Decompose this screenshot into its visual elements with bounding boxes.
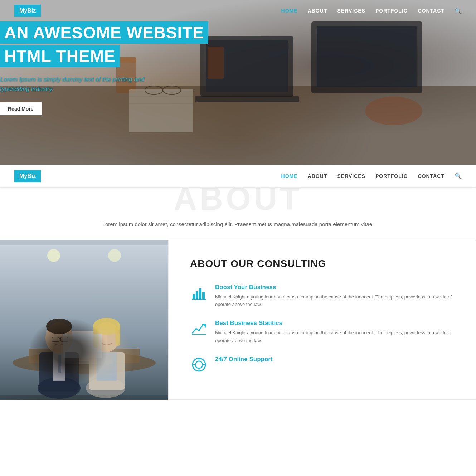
feature-item-boost: Boost Your Business Michael Knight a you…	[190, 284, 454, 309]
hero-title-line1: AN AWESOME WEBSITE	[0, 21, 208, 44]
hero-read-more-button[interactable]: Read More	[0, 102, 42, 115]
svg-rect-29	[58, 355, 61, 373]
search-icon-sticky[interactable]: 🔍	[455, 173, 462, 179]
svg-rect-23	[61, 330, 107, 361]
svg-rect-27	[39, 352, 79, 391]
navbar-sticky: MyBiz HOME ABOUT SERVICES PORTFOLIO CONT…	[0, 165, 476, 188]
svg-point-20	[108, 249, 121, 262]
nav-about-top[interactable]: ABOUT	[308, 8, 327, 14]
nav-about-sticky[interactable]: ABOUT	[308, 173, 327, 179]
hero-subtitle: Lorem Ipsum is simply dummy text of the …	[0, 74, 165, 94]
svg-point-38	[94, 322, 120, 352]
bar-chart-icon	[190, 284, 208, 302]
svg-point-50	[195, 361, 203, 368]
svg-rect-41	[115, 326, 120, 346]
svg-rect-43	[193, 294, 195, 299]
feature-text-boost: Boost Your Business Michael Knight a you…	[215, 284, 454, 309]
hero-section: AN AWESOME WEBSITE HTML THEME Lorem Ipsu…	[0, 0, 476, 165]
svg-rect-18	[0, 244, 168, 395]
logo-top[interactable]: MyBiz	[14, 5, 41, 17]
svg-rect-32	[52, 337, 59, 341]
svg-rect-28	[53, 352, 65, 380]
feature-text-support: 24/7 Online Support	[215, 356, 273, 374]
svg-rect-22	[29, 348, 140, 363]
svg-rect-45	[199, 288, 201, 299]
svg-rect-46	[202, 292, 205, 299]
feature-desc-stats: Michael Knight a young loner on a crusa …	[215, 329, 454, 344]
nav-home-sticky[interactable]: HOME	[281, 173, 298, 179]
about-consulting-title: ABOUT OUR CONSULTING	[190, 258, 454, 269]
svg-rect-42	[63, 333, 102, 358]
svg-point-26	[38, 377, 81, 398]
trend-up-icon	[190, 320, 208, 337]
about-description-text: Lorem ipsum dolor sit amet, consectetur …	[14, 220, 462, 229]
search-icon-top[interactable]: 🔍	[455, 8, 462, 14]
about-office-illustration	[0, 240, 168, 400]
nav-services-sticky[interactable]: SERVICES	[337, 173, 365, 179]
about-watermark-wrap: ABOUT	[0, 188, 476, 216]
navbar-top: MyBiz HOME ABOUT SERVICES PORTFOLIO CONT…	[0, 0, 476, 21]
feature-item-stats: Best Business Statitics Michael Knight a…	[190, 320, 454, 344]
svg-point-21	[13, 352, 156, 373]
feature-title-support: 24/7 Online Support	[215, 356, 273, 363]
svg-rect-25	[55, 360, 113, 364]
nav-portfolio-top[interactable]: PORTFOLIO	[375, 8, 408, 14]
svg-rect-24	[64, 333, 104, 358]
about-image-col	[0, 240, 168, 400]
support-icon	[190, 356, 208, 374]
about-watermark: ABOUT	[174, 188, 302, 216]
feature-text-stats: Best Business Statitics Michael Knight a…	[215, 320, 454, 344]
about-consulting-col: ABOUT OUR CONSULTING Boost Your Business…	[168, 240, 476, 400]
svg-rect-44	[196, 291, 198, 299]
about-description: Lorem ipsum dolor sit amet, consectetur …	[0, 216, 476, 240]
nav-contact-top[interactable]: CONTACT	[418, 8, 445, 14]
feature-title-boost: Boost Your Business	[215, 284, 454, 291]
feature-desc-boost: Michael Knight a young loner on a crusa …	[215, 293, 454, 309]
nav-portfolio-sticky[interactable]: PORTFOLIO	[375, 173, 408, 179]
logo-sticky[interactable]: MyBiz	[14, 170, 41, 182]
about-content-section: ABOUT OUR CONSULTING Boost Your Business…	[0, 240, 476, 400]
feature-title-stats: Best Business Statitics	[215, 320, 454, 327]
hero-title-line2: HTML THEME	[0, 45, 120, 67]
svg-rect-40	[93, 326, 99, 348]
nav-services-top[interactable]: SERVICES	[337, 8, 365, 14]
svg-rect-36	[89, 352, 125, 389]
svg-rect-33	[61, 337, 68, 341]
feature-item-support: 24/7 Online Support	[190, 356, 454, 374]
svg-point-31	[46, 318, 72, 334]
svg-point-19	[47, 249, 60, 262]
svg-point-35	[86, 378, 125, 398]
nav-contact-sticky[interactable]: CONTACT	[418, 173, 445, 179]
nav-home-top[interactable]: HOME	[281, 8, 298, 14]
svg-rect-37	[97, 352, 117, 380]
svg-point-39	[93, 317, 120, 335]
svg-point-30	[45, 322, 73, 353]
